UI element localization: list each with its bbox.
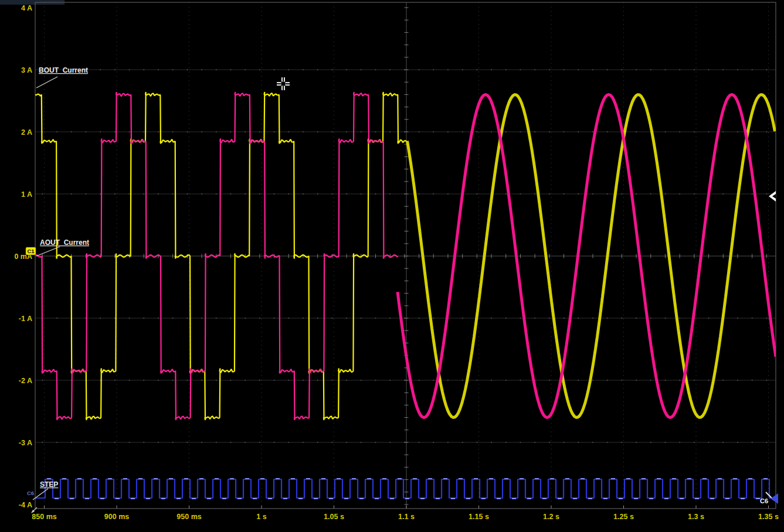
x-axis-tick-label: 1.35 s [758, 513, 779, 521]
y-axis-tick-label: 1 A [21, 190, 32, 199]
oscilloscope-display: 4 A3 A2 A1 A0 mA-1 A-2 A-3 A-4 A850 ms90… [0, 0, 784, 532]
background [0, 0, 784, 532]
x-axis-tick-label: 900 ms [104, 513, 129, 521]
aout-label-text[interactable]: AOUT_Current [40, 238, 89, 247]
x-axis-tick-label: 1.25 s [613, 513, 634, 521]
x-axis-tick-label: 1.3 s [688, 513, 704, 521]
x-axis-tick-label: 1 s [256, 513, 266, 521]
channel-indicator-c6-left: C6 [27, 490, 34, 496]
step-label-text[interactable]: STEP [40, 480, 58, 489]
x-axis-tick-label: 850 ms [32, 513, 56, 521]
x-axis-tick-label: 1.15 s [469, 513, 489, 521]
y-axis-tick-label: -1 A [19, 315, 32, 323]
y-axis-tick-label: -3 A [19, 439, 32, 447]
c1-badge-text: C1 [27, 248, 35, 254]
y-axis-tick-label: 4 A [21, 4, 32, 12]
y-axis-tick-label: 2 A [21, 128, 32, 137]
waveform-plot-area[interactable]: 4 A3 A2 A1 A0 mA-1 A-2 A-3 A-4 A850 ms90… [0, 0, 784, 532]
x-axis-tick-label: 1.05 s [324, 513, 344, 521]
x-axis-tick-label: 1.2 s [543, 513, 559, 521]
c6-right-text: C6 [760, 497, 768, 504]
bout-label-text[interactable]: BOUT_Current [39, 66, 88, 74]
channel-badge-c1[interactable]: C1 [26, 247, 36, 255]
y-axis-tick-label: -4 A [19, 501, 32, 509]
y-axis-tick-label: 3 A [21, 66, 32, 74]
x-axis-tick-label: 950 ms [177, 513, 201, 521]
y-axis-tick-label: -2 A [19, 377, 32, 385]
x-axis-tick-label: 1.1 s [398, 513, 415, 521]
